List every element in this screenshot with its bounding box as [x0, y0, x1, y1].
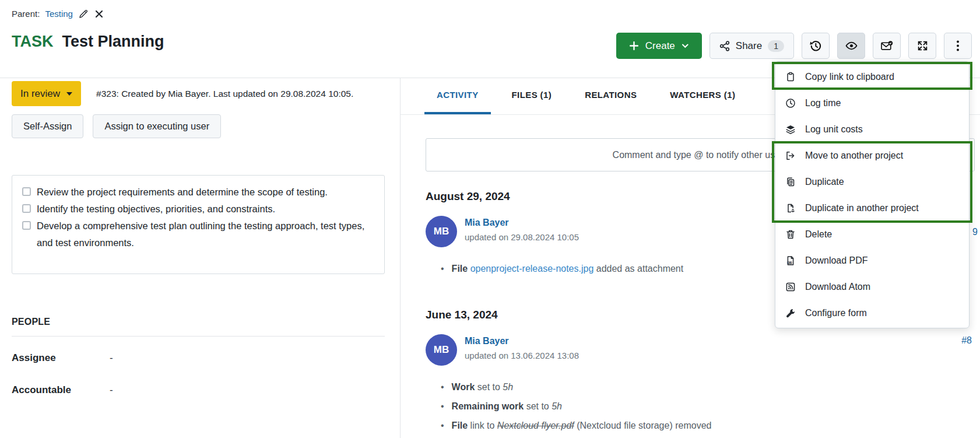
duplicate-icon — [785, 177, 796, 187]
activity-header: MBMia Bayerupdated on 13.06.2024 13:08 — [426, 334, 980, 366]
menu-item-label: Log unit costs — [805, 124, 863, 135]
change-text: (Nextcloud file storage) removed — [574, 421, 712, 430]
work-package-title[interactable]: Test Planning — [62, 33, 164, 51]
share-button[interactable]: Share 1 — [709, 33, 794, 59]
field-value[interactable]: - — [110, 352, 113, 364]
status-row: In review #323: Created by Mia Bayer. La… — [12, 81, 353, 106]
people-row-assignee: Assignee- — [12, 352, 385, 364]
remove-parent-close-icon[interactable] — [94, 9, 104, 19]
work-package-type[interactable]: TASK — [12, 33, 54, 51]
change-text: 5h — [503, 382, 513, 392]
checklist-item: Develop a comprehensive test plan outlin… — [22, 218, 374, 251]
more-actions-button[interactable] — [944, 33, 972, 59]
activity-history-button[interactable] — [802, 33, 830, 59]
menu-item-delete[interactable]: Delete — [775, 221, 969, 247]
move-icon — [785, 150, 796, 161]
menu-item-label: Duplicate in another project — [805, 203, 919, 213]
checkbox-icon[interactable] — [22, 221, 31, 230]
change-text: File — [452, 264, 470, 274]
status-label: In review — [20, 88, 60, 100]
menu-item-move-to-another-project[interactable]: Move to another project — [775, 142, 969, 169]
activity-change-item: Remaining work set to 5h — [441, 397, 980, 416]
mark-notifications-read-button[interactable] — [873, 33, 901, 59]
description-checklist[interactable]: Review the project requirements and dete… — [12, 175, 385, 274]
field-label: Accountable — [12, 384, 110, 396]
checkbox-icon[interactable] — [22, 204, 31, 213]
page-title: TASK Test Planning — [12, 33, 164, 51]
change-text: set to — [524, 401, 552, 411]
menu-item-label: Download Atom — [805, 282, 870, 292]
menu-item-download-pdf[interactable]: PDFDownload PDF — [775, 247, 969, 274]
menu-item-log-time[interactable]: Log time — [775, 90, 969, 116]
activity-meta: updated on 29.08.2024 10:05 — [465, 232, 579, 242]
menu-item-label: Download PDF — [805, 255, 868, 266]
assign-executing-user-button[interactable]: Assign to executing user — [93, 114, 221, 138]
file-link[interactable]: openproject-release-notes.jpg — [470, 264, 594, 274]
activity-meta: updated on 13.06.2024 13:08 — [465, 351, 579, 360]
chevron-down-icon — [682, 44, 689, 48]
parent-link[interactable]: Testing — [45, 9, 73, 19]
change-text: link to — [468, 421, 497, 430]
chevron-down-icon — [66, 92, 72, 96]
tab-files-1[interactable]: FILES (1) — [500, 78, 564, 114]
menu-item-duplicate[interactable]: Duplicate — [775, 169, 969, 195]
activity-number-link[interactable]: 9 — [972, 227, 978, 237]
author-info: Mia Bayerupdated on 29.08.2024 10:05 — [465, 216, 579, 247]
checklist-item: Review the project requirements and dete… — [22, 184, 374, 201]
change-text: File — [452, 421, 468, 430]
menu-item-label: Delete — [805, 229, 832, 240]
change-text: Work — [452, 382, 475, 392]
checklist-text: Identify the testing objectives, priorit… — [37, 201, 275, 218]
change-text: Remaining work — [452, 401, 524, 411]
status-dropdown[interactable]: In review — [12, 81, 81, 106]
activity-author-link[interactable]: Mia Bayer — [465, 218, 579, 228]
menu-item-label: Configure form — [805, 308, 867, 318]
parent-label: Parent: — [12, 9, 40, 19]
create-button[interactable]: Create — [616, 33, 702, 59]
people-row-accountable: Accountable- — [12, 384, 385, 396]
activity-number-link[interactable]: #8 — [961, 335, 972, 346]
kebab-icon — [956, 40, 960, 52]
edit-parent-pencil-icon[interactable] — [78, 8, 89, 19]
atom-icon — [785, 282, 796, 292]
tab-relations[interactable]: RELATIONS — [572, 78, 649, 114]
people-heading: PEOPLE — [12, 317, 385, 327]
menu-item-log-unit-costs[interactable]: Log unit costs — [775, 116, 969, 142]
menu-item-label: Move to another project — [805, 150, 903, 161]
fullscreen-button[interactable] — [908, 33, 936, 59]
watch-button[interactable] — [837, 33, 865, 59]
share-count-badge: 1 — [768, 40, 784, 52]
field-value[interactable]: - — [110, 384, 113, 396]
tab-activity[interactable]: ACTIVITY — [424, 78, 491, 114]
menu-item-configure-form[interactable]: Configure form — [775, 300, 969, 326]
clock-icon — [785, 98, 796, 108]
comment-placeholder: Comment and type @ to notify other users — [613, 150, 788, 160]
wrench-icon — [785, 308, 796, 318]
work-package-page: { "parent": { "label": "Parent:", "link"… — [0, 0, 980, 438]
menu-item-label: Log time — [805, 98, 841, 108]
activity-changes: Work set to 5hRemaining work set to 5hFi… — [426, 377, 980, 435]
menu-item-copy-link-to-clipboard[interactable]: Copy link to clipboard — [775, 64, 969, 90]
eye-icon — [845, 41, 858, 50]
quick-actions: Self-Assign Assign to executing user — [12, 114, 221, 138]
menu-item-label: Duplicate — [805, 177, 844, 187]
menu-item-download-atom[interactable]: Download Atom — [775, 274, 969, 300]
change-text: 5h — [552, 401, 562, 411]
activity-change-item: Work set to 5h — [441, 377, 980, 397]
layers-icon — [785, 124, 796, 135]
activity-author-link[interactable]: Mia Bayer — [465, 336, 579, 346]
checkbox-icon[interactable] — [22, 187, 31, 196]
tab-watchers-1[interactable]: WATCHERS (1) — [658, 78, 747, 114]
more-actions-menu: Copy link to clipboardLog timeLog unit c… — [775, 61, 970, 328]
change-text: set to — [475, 382, 503, 392]
menu-item-duplicate-in-another-project[interactable]: Duplicate in another project — [775, 195, 969, 221]
section-divider — [12, 336, 385, 337]
self-assign-button[interactable]: Self-Assign — [12, 114, 83, 138]
history-clock-icon — [809, 40, 822, 52]
work-package-meta: #323: Created by Mia Bayer. Last updated… — [96, 89, 353, 99]
svg-text:PDF: PDF — [788, 261, 792, 264]
checklist-text: Develop a comprehensive test plan outlin… — [37, 218, 374, 251]
toolbar: Create Share 1 — [616, 33, 972, 59]
avatar: MB — [426, 334, 457, 366]
field-label: Assignee — [12, 352, 110, 364]
